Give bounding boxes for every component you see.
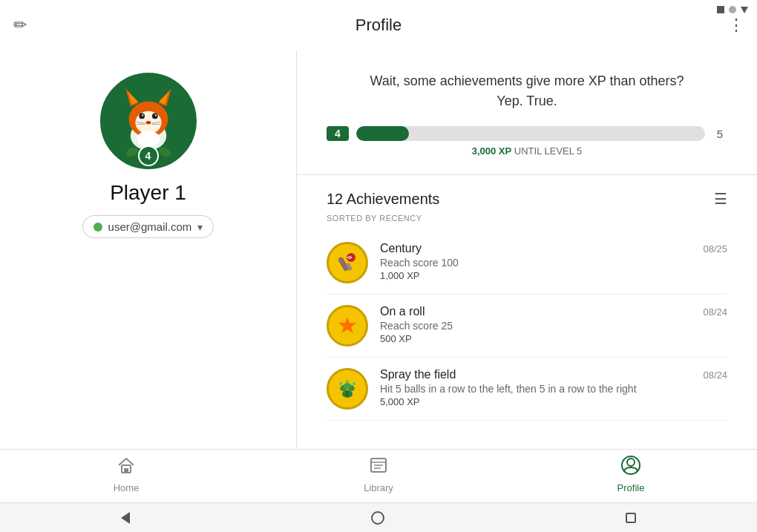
achievement-icon-spray: [327, 368, 368, 410]
status-square: [717, 6, 724, 13]
nav-label-profile: Profile: [617, 482, 645, 493]
svg-point-17: [137, 131, 160, 147]
svg-point-8: [139, 114, 145, 119]
nav-item-home[interactable]: Home: [0, 456, 252, 496]
bottom-nav: Home Library Profile: [0, 449, 757, 502]
achievement-date-century: 08/25: [703, 243, 727, 254]
achievement-xp-spray: 5,000 XP: [380, 396, 691, 407]
sorted-by-label: SORTED BY RECENCY: [327, 214, 727, 223]
achievement-name-onaroll: On a roll: [380, 305, 691, 318]
achievement-xp-century: 1,000 XP: [380, 270, 691, 281]
xp-tagline: Wait, some achievements give more XP tha…: [327, 71, 727, 111]
cricket-icon-svg: [335, 250, 360, 275]
progress-bar-wrap: [356, 126, 705, 141]
achievement-info-century: Century Reach score 100 1,000 XP: [380, 242, 691, 281]
achievements-header: 12 Achievements ☰: [327, 190, 727, 208]
profile-icon: [621, 456, 640, 479]
nav-label-home: Home: [114, 482, 140, 493]
page-title: Profile: [355, 16, 402, 35]
nav-item-profile[interactable]: Profile: [505, 456, 757, 496]
player-name: Player 1: [110, 181, 186, 205]
xp-progress-container: 4 5: [327, 126, 727, 141]
main-layout: 4 Player 1 user@gmail.com ▾ Wait, some a…: [0, 50, 757, 449]
achievement-icon-century: [327, 242, 368, 283]
svg-point-39: [627, 459, 635, 466]
svg-point-29: [344, 383, 351, 389]
left-panel: 4 Player 1 user@gmail.com ▾: [0, 50, 297, 449]
achievement-desc-onaroll: Reach score 25: [380, 320, 691, 332]
achievement-item: On a roll Reach score 25 500 XP 08/24: [327, 295, 727, 358]
achievement-xp-onaroll: 500 XP: [380, 333, 691, 344]
xp-until-label: 3,000 XP UNTIL LEVEL 5: [327, 145, 727, 157]
xp-amount: 3,000 XP: [472, 145, 512, 157]
svg-point-30: [339, 382, 342, 385]
spray-icon-svg: [335, 376, 360, 401]
achievement-date-spray: 08/24: [703, 370, 727, 381]
achievements-title: 12 Achievements: [327, 191, 439, 208]
avatar-container: 4: [100, 73, 197, 169]
achievement-name-century: Century: [380, 242, 691, 255]
achievement-info-onaroll: On a roll Reach score 25 500 XP: [380, 305, 691, 344]
level-right: 5: [712, 128, 727, 140]
status-bar: [708, 0, 757, 19]
library-icon: [369, 456, 388, 479]
svg-rect-34: [124, 468, 128, 473]
status-triangle: [741, 7, 748, 13]
svg-point-31: [353, 382, 355, 385]
svg-marker-24: [338, 317, 356, 333]
right-panel: Wait, some achievements give more XP tha…: [297, 50, 757, 449]
svg-point-10: [142, 114, 143, 116]
level-badge: 4: [138, 145, 159, 166]
progress-bar-fill: [356, 126, 409, 141]
chevron-down-icon: ▾: [197, 221, 203, 233]
achievement-date-onaroll: 08/24: [703, 306, 727, 318]
svg-point-12: [145, 121, 151, 124]
home-icon: [117, 456, 136, 479]
svg-point-9: [151, 114, 157, 119]
account-status-dot: [94, 223, 102, 231]
edit-icon[interactable]: ✏: [13, 16, 27, 35]
achievement-item: Spray the field Hit 5 balls in a row to …: [327, 358, 727, 421]
account-email: user@gmail.com: [108, 220, 192, 233]
star-icon-svg: [335, 313, 360, 338]
account-switcher[interactable]: user@gmail.com ▾: [82, 215, 214, 238]
back-button[interactable]: [121, 512, 130, 524]
achievement-item: Century Reach score 100 1,000 XP 08/25: [327, 231, 727, 295]
achievement-icon-onaroll: [327, 305, 368, 347]
achievements-section: 12 Achievements ☰ SORTED BY RECENCY: [297, 175, 757, 449]
system-bar: [0, 502, 757, 532]
xp-until-text: UNTIL LEVEL 5: [514, 145, 583, 157]
svg-point-32: [346, 380, 349, 383]
svg-point-23: [347, 253, 355, 262]
achievement-desc-spray: Hit 5 balls in a row to the left, then 5…: [380, 383, 691, 395]
recents-button[interactable]: [626, 513, 636, 523]
achievement-info-spray: Spray the field Hit 5 balls in a row to …: [380, 368, 691, 407]
xp-section: Wait, some achievements give more XP tha…: [297, 50, 757, 175]
achievement-name-spray: Spray the field: [380, 368, 691, 381]
nav-item-library[interactable]: Library: [252, 456, 505, 496]
status-circle: [729, 6, 736, 13]
level-left: 4: [327, 126, 349, 141]
svg-point-11: [154, 114, 156, 116]
sort-icon[interactable]: ☰: [714, 190, 727, 208]
home-button[interactable]: [371, 511, 384, 525]
achievement-desc-century: Reach score 100: [380, 257, 691, 269]
top-header: ✏ Profile ⋮: [0, 0, 757, 50]
nav-label-library: Library: [364, 482, 393, 493]
